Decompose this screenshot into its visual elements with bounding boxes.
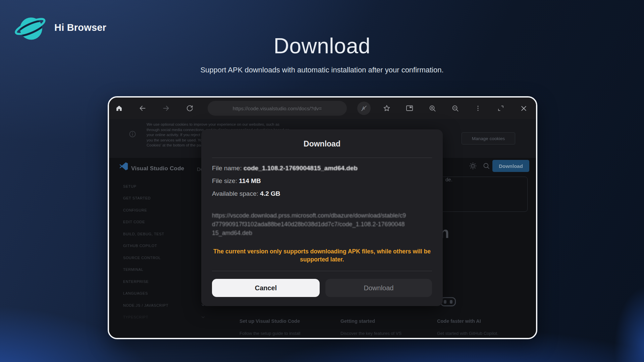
translate-off-icon[interactable]: A	[357, 102, 371, 115]
available-space-label: Available space:	[212, 190, 260, 197]
back-icon[interactable]	[136, 102, 149, 115]
theme-sun-icon[interactable]	[469, 162, 477, 171]
chevron-down-icon	[201, 316, 205, 318]
vscode-logo-icon	[119, 162, 128, 171]
notice-text-fragment: de.	[445, 177, 452, 182]
file-name-row: File name: code_1.108.2-1769004815_amd64…	[212, 165, 358, 172]
divider	[212, 158, 432, 158]
sidebar-item-typescript[interactable]: TYPESCRIPT	[123, 311, 205, 323]
divider	[212, 271, 432, 271]
file-size-row: File size: 114 MB	[212, 177, 261, 185]
file-name-value: code_1.108.2-1769004815_amd64.deb	[244, 165, 358, 172]
picture-in-picture-icon[interactable]	[403, 102, 416, 115]
zoom-in-icon[interactable]	[426, 102, 439, 115]
sidebar-item-github-copilot[interactable]: GITHUB COPILOT	[123, 240, 205, 252]
brand-name: Hi Browser	[54, 22, 106, 33]
site-download-button[interactable]: Download	[492, 160, 529, 172]
sidebar-item-configure[interactable]: CONFIGURE	[123, 204, 205, 216]
page-title: Download	[0, 34, 644, 58]
forward-icon[interactable]	[159, 102, 173, 115]
available-space-row: Available space: 4.2 GB	[212, 190, 280, 197]
bookmark-star-icon[interactable]	[380, 102, 393, 115]
site-brand-name[interactable]: Visual Studio Code	[131, 165, 184, 172]
fullscreen-icon[interactable]	[494, 102, 507, 115]
sidebar-item-edit-code[interactable]: EDIT CODE	[123, 216, 205, 228]
menu-kebab-icon[interactable]	[471, 102, 485, 115]
sidebar-item-setup[interactable]: SETUP	[123, 180, 205, 192]
browser-toolbar: https://code.visualstudio.com/docs/?dv= …	[109, 98, 536, 119]
apk-warning-text: The current version only supports downlo…	[211, 247, 433, 263]
sidebar-item-source-control[interactable]: SOURCE CONTROL	[123, 252, 205, 264]
card-code-faster-ai[interactable]: Code faster with AI Get started with Git…	[437, 318, 531, 336]
card-getting-started[interactable]: Getting started Discover the key feature…	[340, 318, 434, 336]
sidebar-item-languages[interactable]: LANGUAGES	[123, 288, 205, 300]
available-space-value: 4.2 GB	[260, 190, 280, 197]
close-icon[interactable]	[517, 102, 530, 115]
info-icon	[128, 130, 137, 139]
sidebar-item-get-started[interactable]: GET STARTED	[123, 192, 205, 204]
card-setup[interactable]: Set up Visual Studio Code Follow the set…	[239, 318, 333, 336]
search-icon[interactable]	[482, 162, 490, 171]
cancel-button[interactable]: Cancel	[212, 279, 320, 297]
sidebar-item-enterprise[interactable]: ENTERPRISE	[123, 276, 205, 288]
page-background: Hi Browser Download Support APK download…	[0, 0, 644, 362]
manage-cookies-button[interactable]: Manage cookies	[462, 132, 515, 144]
file-name-label: File name:	[212, 165, 244, 172]
zoom-out-icon[interactable]	[448, 102, 462, 115]
sidebar-item-build-debug-test[interactable]: BUILD, DEBUG, TEST	[123, 228, 205, 240]
home-icon[interactable]	[112, 102, 126, 115]
sidebar-item-terminal[interactable]: TERMINAL	[123, 264, 205, 276]
sidebar-item-nodejs-javascript[interactable]: NODE.JS / JAVASCRIPT	[123, 299, 205, 311]
reload-icon[interactable]	[183, 102, 196, 115]
toolbar-left-group	[112, 102, 196, 115]
docs-sidebar: SETUP GET STARTED CONFIGURE EDIT CODE BU…	[123, 180, 205, 323]
file-size-value: 114 MB	[239, 177, 261, 184]
dialog-title: Download	[201, 139, 443, 148]
page-subtitle: Support APK downloads with automatic ins…	[0, 66, 644, 74]
address-url: https://code.visualstudio.com/docs/?dv=	[233, 106, 322, 111]
dialog-download-button[interactable]: Download	[325, 279, 432, 297]
download-url: https://vscode.download.prss.microsoft.c…	[212, 211, 407, 237]
browser-window: https://code.visualstudio.com/docs/?dv= …	[108, 96, 537, 339]
file-size-label: File size:	[212, 177, 239, 184]
address-bar[interactable]: https://code.visualstudio.com/docs/?dv=	[208, 101, 347, 116]
download-dialog: Download File name: code_1.108.2-1769004…	[201, 129, 443, 306]
toolbar-right-group: A	[357, 102, 530, 115]
